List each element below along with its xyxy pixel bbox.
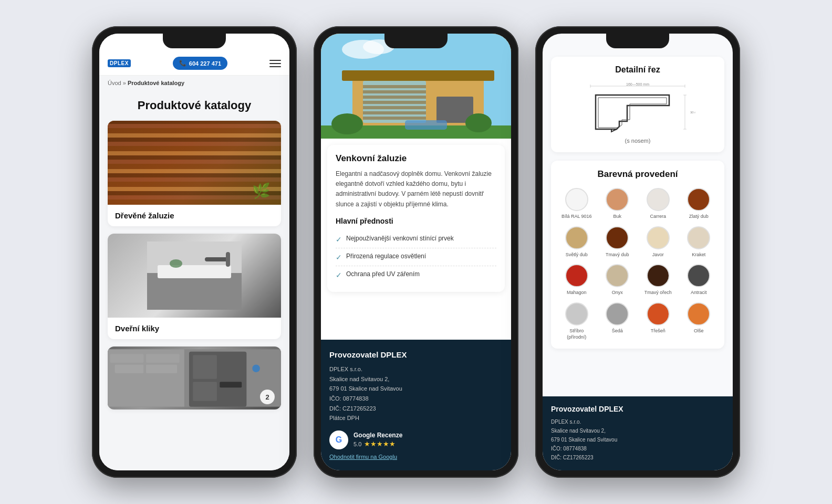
diagram-subtitle: (s nosem) [559,138,716,144]
svg-point-5 [170,259,182,268]
color-item: Tmavý ořech [641,264,675,296]
product-card-handle[interactable]: Dveřní kliky [108,234,281,339]
review-link[interactable]: Ohodnotit firmu na Googlu [329,454,503,460]
color-circle [565,264,588,287]
colors-title: Barevná provedení [559,169,716,180]
breadcrumb-home[interactable]: Úvod [108,80,121,86]
hero-image [321,34,511,139]
svg-rect-1 [147,273,242,310]
hamburger-menu-button[interactable] [269,60,281,67]
check-icon-1: ✓ [336,235,342,244]
product-info-card: Venkovní žaluzie Elegantní a nadčasový d… [327,145,505,292]
footer-company-2: DPLEX s.r.o. Skalice nad Svitavou 2, 679… [329,364,503,423]
svg-rect-3 [205,257,228,261]
product-label-handle: Dveřní kliky [108,318,281,339]
svg-point-32 [331,113,363,134]
product-image-handle [108,234,281,318]
color-label: Šedá [612,328,623,334]
phone1-content[interactable]: Produktové katalogy 🌿 Dřevěné žaluzie [99,90,289,470]
color-label: Třešeň [651,328,665,334]
svg-rect-27 [363,106,426,109]
dplex-logo: DPLEX [108,59,131,67]
color-circle [687,302,710,326]
check-icon-3: ✓ [336,271,342,279]
breadcrumb-current: Produktové katalogy [128,80,184,86]
door-svg [108,346,281,410]
color-label: Onyx [612,290,623,296]
color-item: Šedá [600,302,635,340]
product-label-wood: Dřevěné žaluzie [108,205,281,226]
notch-2 [384,34,448,48]
google-logo: G [329,430,348,449]
color-circle [606,302,629,326]
color-circle [606,264,629,287]
phone-3-screen: Detailní řez 160—500 mm [543,34,733,470]
google-stars: ★★★★★ [364,440,396,448]
features-list: ✓ Nejpoužívanější venkovní stínící prvek… [336,230,496,284]
color-circle [687,264,710,287]
svg-rect-29 [363,117,426,120]
footer-title-3: Provozovatel DPLEX [551,405,724,413]
feature-text-2: Přirozená regulace osvětlení [346,253,426,260]
color-label: Zlatý dub [689,214,709,220]
google-info: Google Recenze 5.0 ★★★★★ [353,432,402,448]
svg-point-33 [465,113,492,132]
color-label: Buk [613,214,621,220]
svg-rect-24 [363,90,426,93]
color-label: Antracit [691,290,707,296]
phone3-footer: Provozovatel DPLEX DPLEX s.r.o. Skalice … [543,396,733,470]
phone-call-button[interactable]: 📞 604 227 471 [173,57,227,70]
color-item: Bílá RAL 9016 [559,188,594,220]
svg-point-16 [252,364,260,372]
footer-title-2: Provozovatel DPLEX [329,350,503,359]
svg-text:160—500 mm: 160—500 mm [626,82,649,86]
color-label: Mahagon [567,290,587,296]
diagram-illustration: 160—500 mm 30 mm [559,82,716,134]
product-card-wood[interactable]: 🌿 Dřevěné žaluzie [108,121,281,226]
page-title: Produktové katalogy [108,99,281,112]
color-label: Kraket [692,252,705,258]
color-item: Buk [600,188,635,220]
svg-rect-28 [363,111,426,114]
product-card-door[interactable]: 2 [108,346,281,410]
color-item: Tmavý dub [600,226,635,258]
svg-rect-14 [193,382,217,401]
color-label: Stříbro (přírodní) [559,328,594,340]
google-reviews[interactable]: G Google Recenze 5.0 ★★★★★ [329,430,503,449]
svg-rect-11 [146,364,177,373]
svg-rect-21 [342,70,494,81]
notch-3 [606,34,669,48]
breadcrumb-separator: » [123,80,128,86]
feature-text-1: Nejpoužívanější venkovní stínící prvek [346,235,454,242]
phone2-content[interactable]: Venkovní žaluzie Elegantní a nadčasový d… [321,139,511,340]
diagram-card: Detailní řez 160—500 mm [551,57,724,152]
color-label: Olše [694,328,704,334]
color-circle [687,226,710,249]
product-image-wood: 🌿 [108,121,281,205]
feature-item-1: ✓ Nejpoužívanější venkovní stínící prvek [336,230,496,248]
color-circle [565,188,588,211]
color-circle [647,226,670,249]
color-label: Tmavý dub [606,252,629,258]
house-svg [321,34,511,139]
phone-3: Detailní řez 160—500 mm [535,26,740,478]
footer-company-3: DPLEX s.r.o. Skalice nad Svitavou 2, 679… [551,417,724,462]
dplex-logo-box: DPLEX [108,59,131,67]
color-label: Carrera [650,214,666,220]
phone-2-screen: Venkovní žaluzie Elegantní a nadčasový d… [321,34,511,470]
svg-rect-23 [363,85,426,88]
color-circle [606,188,629,211]
door-handle-svg [147,242,242,310]
svg-rect-2 [158,265,231,278]
color-item: Javor [641,226,675,258]
cross-section-svg: 160—500 mm 30 mm [580,82,695,134]
badge-number: 2 [260,390,275,404]
color-circle [647,188,670,211]
phone3-content[interactable]: Detailní řez 160—500 mm [543,34,733,396]
svg-rect-9 [146,354,180,362]
feature-item-2: ✓ Přirozená regulace osvětlení [336,248,496,266]
color-item: Antracit [682,264,716,296]
svg-rect-8 [110,354,144,362]
color-label: Světlý dub [566,252,588,258]
svg-rect-25 [363,96,426,99]
